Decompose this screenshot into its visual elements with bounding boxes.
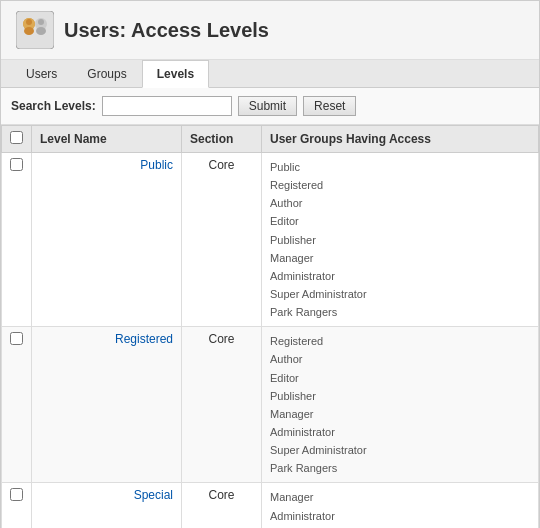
- access-groups-cell: Public Registered Author Editor Publishe…: [262, 153, 539, 327]
- reset-button[interactable]: Reset: [303, 96, 356, 116]
- level-name-cell: Registered: [32, 327, 182, 483]
- section-cell: Core: [182, 327, 262, 483]
- row-checkbox[interactable]: [10, 332, 23, 345]
- tabs-bar: Users Groups Levels: [1, 60, 539, 88]
- svg-rect-0: [16, 11, 54, 49]
- tab-groups[interactable]: Groups: [72, 60, 141, 87]
- access-groups-cell: Registered Author Editor Publisher Manag…: [262, 327, 539, 483]
- table-row: PublicCorePublic Registered Author Edito…: [2, 153, 539, 327]
- row-checkbox[interactable]: [10, 488, 23, 501]
- level-name-link[interactable]: Registered: [115, 332, 173, 346]
- level-name-cell: Special: [32, 483, 182, 528]
- row-checkbox-cell: [2, 153, 32, 327]
- page-title: Users: Access Levels: [64, 19, 269, 42]
- search-label: Search Levels:: [11, 99, 96, 113]
- tab-users[interactable]: Users: [11, 60, 72, 87]
- th-checkbox[interactable]: [2, 126, 32, 153]
- table-row: SpecialCoreManager Administrator Super A…: [2, 483, 539, 528]
- row-checkbox-cell: [2, 483, 32, 528]
- search-bar: Search Levels: Submit Reset: [1, 88, 539, 125]
- select-all-checkbox[interactable]: [10, 131, 23, 144]
- svg-point-3: [26, 19, 32, 25]
- section-cell: Core: [182, 153, 262, 327]
- access-levels-table: Level Name Section User Groups Having Ac…: [1, 125, 539, 528]
- svg-point-7: [36, 27, 46, 35]
- access-groups-list: Manager Administrator Super Administrato…: [270, 488, 530, 528]
- access-groups-list: Public Registered Author Editor Publishe…: [270, 158, 530, 321]
- svg-point-6: [38, 19, 44, 25]
- th-level-name: Level Name: [32, 126, 182, 153]
- page-wrapper: Users: Access Levels Users Groups Levels…: [0, 0, 540, 528]
- th-section: Section: [182, 126, 262, 153]
- submit-button[interactable]: Submit: [238, 96, 297, 116]
- table-row: RegisteredCoreRegistered Author Editor P…: [2, 327, 539, 483]
- users-icon: [16, 11, 54, 49]
- section-cell: Core: [182, 483, 262, 528]
- level-name-link[interactable]: Public: [140, 158, 173, 172]
- th-user-groups: User Groups Having Access: [262, 126, 539, 153]
- page-header: Users: Access Levels: [1, 1, 539, 60]
- search-input[interactable]: [102, 96, 232, 116]
- svg-point-4: [24, 27, 34, 35]
- tab-levels[interactable]: Levels: [142, 60, 209, 88]
- access-groups-list: Registered Author Editor Publisher Manag…: [270, 332, 530, 477]
- access-groups-cell: Manager Administrator Super Administrato…: [262, 483, 539, 528]
- row-checkbox[interactable]: [10, 158, 23, 171]
- level-name-link[interactable]: Special: [134, 488, 173, 502]
- level-name-cell: Public: [32, 153, 182, 327]
- row-checkbox-cell: [2, 327, 32, 483]
